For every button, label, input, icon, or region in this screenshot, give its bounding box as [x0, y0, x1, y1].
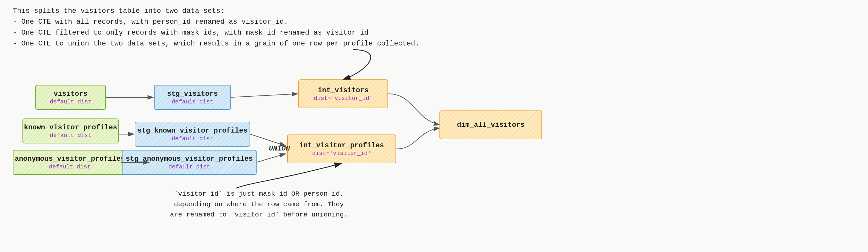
main-canvas: This splits the visitors table into two … — [0, 0, 868, 252]
bottom-annotation: `visitor_id` is just mask_id OR person_i… — [170, 189, 348, 220]
annotation-title: This splits the visitors table into two … — [13, 6, 419, 16]
arrow-int-visitors-dim — [388, 94, 439, 125]
arrow-stg-known-union — [250, 134, 285, 146]
node-stg-visitors: stg_visitors default dist — [154, 85, 231, 110]
bottom-line1: `visitor_id` is just mask_id OR person_i… — [170, 189, 348, 200]
stg-visitors-sublabel: default dist — [172, 99, 213, 105]
arrow-stg-int-visitors — [231, 94, 298, 97]
arrow-stg-anon-union — [257, 154, 285, 163]
node-stg-anonymous-visitor-profiles: stg_anonymous_visitor_profiles default d… — [122, 150, 257, 175]
int-visitor-profiles-label: int_visitor_profiles — [299, 142, 384, 149]
anonymous-visitor-profiles-label: anonymous_visitor_profiles — [15, 155, 125, 163]
node-int-visitor-profiles: int_visitor_profiles dist='visitor_id' — [287, 135, 396, 163]
visitors-sublabel: default dist — [50, 99, 91, 105]
stg-known-visitor-profiles-sublabel: default dist — [172, 136, 213, 142]
arrow-int-profiles-dim — [396, 128, 439, 149]
node-int-visitors: int_visitors dist='visitor_id' — [298, 79, 388, 108]
known-visitor-profiles-label: known_visitor_profiles — [24, 123, 117, 132]
visitors-label: visitors — [54, 90, 88, 98]
top-annotation: This splits the visitors table into two … — [13, 6, 419, 49]
annotation-item-1: - One CTE with all records, with person_… — [13, 16, 419, 28]
stg-visitors-label: stg_visitors — [167, 90, 218, 98]
stg-anonymous-visitor-profiles-sublabel: default dist — [168, 164, 210, 170]
known-visitor-profiles-sublabel: default dist — [50, 132, 91, 139]
bottom-line2: depending on where the row came from. Th… — [170, 200, 348, 210]
node-known-visitor-profiles: known_visitor_profiles default dist — [23, 118, 119, 143]
node-visitors: visitors default dist — [35, 85, 106, 110]
int-visitors-sublabel: dist='visitor_id' — [314, 95, 373, 102]
stg-known-visitor-profiles-label: stg_known_visitor_profiles — [137, 127, 247, 135]
int-visitors-label: int_visitors — [318, 86, 369, 95]
union-label: UNION — [269, 145, 290, 153]
annotation-item-2: - One CTE filtered to only records with … — [13, 28, 419, 38]
arrow-annotation-to-int — [343, 50, 371, 79]
node-stg-known-visitor-profiles: stg_known_visitor_profiles default dist — [135, 122, 250, 147]
int-visitor-profiles-sublabel: dist='visitor_id' — [312, 150, 371, 156]
annotation-item-3: - One CTE to union the two data sets, wh… — [13, 38, 419, 49]
dim-all-visitors-label: dim_all_visitors — [457, 121, 524, 129]
anonymous-visitor-profiles-sublabel: default dist — [49, 164, 91, 170]
bottom-line3: are renamed to `visitor_id` before union… — [170, 210, 348, 220]
stg-anonymous-visitor-profiles-label: stg_anonymous_visitor_profiles — [126, 155, 253, 163]
node-dim-all-visitors: dim_all_visitors — [439, 110, 542, 139]
node-anonymous-visitor-profiles: anonymous_visitor_profiles default dist — [13, 150, 127, 175]
